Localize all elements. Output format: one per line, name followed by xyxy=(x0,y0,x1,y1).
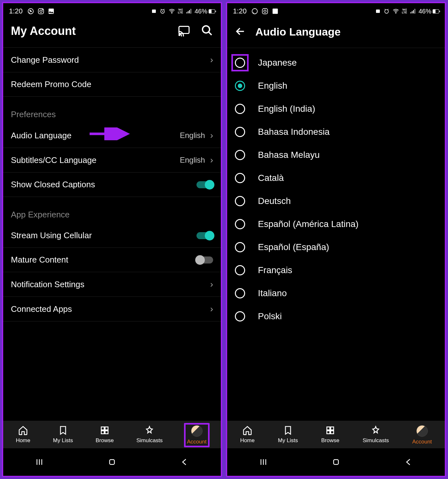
radio-button[interactable] xyxy=(235,127,245,137)
nav-home[interactable] xyxy=(331,457,341,468)
svg-point-24 xyxy=(252,9,258,14)
language-option[interactable]: Bahasa Melayu xyxy=(227,143,445,166)
language-option[interactable]: Deutsch xyxy=(227,190,445,213)
radio-button[interactable] xyxy=(235,81,245,91)
language-option[interactable]: Polski xyxy=(227,305,445,328)
signal-icon xyxy=(410,8,416,14)
svg-rect-12 xyxy=(179,26,189,33)
tab-label: Simulcasts xyxy=(136,437,163,444)
svg-rect-19 xyxy=(105,431,108,434)
row-value: English xyxy=(180,156,205,165)
tab-browse[interactable]: Browse xyxy=(321,425,340,445)
language-option[interactable]: Español (España) xyxy=(227,236,445,259)
tab-home[interactable]: Home xyxy=(16,425,30,445)
tab-account[interactable]: Account xyxy=(412,425,432,445)
chevron-right-icon: › xyxy=(210,130,213,141)
language-label: Español (América Latina) xyxy=(258,219,358,229)
language-label: Deutsch xyxy=(258,196,291,206)
row-change-password[interactable]: Change Password › xyxy=(3,47,221,72)
radio-button[interactable] xyxy=(235,288,245,298)
tab-my-lists[interactable]: My Lists xyxy=(53,425,73,445)
radio-button[interactable] xyxy=(235,265,245,275)
tab-label: Home xyxy=(16,437,30,444)
system-nav-bar xyxy=(227,448,445,476)
radio-button[interactable] xyxy=(235,104,245,114)
radio-button[interactable] xyxy=(235,150,245,160)
toggle-closed-captions[interactable] xyxy=(196,181,213,188)
language-option[interactable]: Japanese xyxy=(227,51,445,74)
page-title: My Account xyxy=(11,24,76,38)
status-time: 1:20 xyxy=(233,7,247,15)
language-label: Bahasa Melayu xyxy=(258,150,320,160)
svg-rect-34 xyxy=(414,9,415,13)
gallery-icon xyxy=(272,8,279,15)
svg-rect-8 xyxy=(186,12,187,13)
row-value: English xyxy=(180,131,205,140)
svg-rect-37 xyxy=(327,431,330,434)
language-option[interactable]: Italiano xyxy=(227,282,445,305)
svg-rect-27 xyxy=(273,9,278,14)
language-option[interactable]: Bahasa Indonesia xyxy=(227,120,445,143)
toggle-mature-content[interactable] xyxy=(196,256,213,264)
tab-simulcasts[interactable]: Simulcasts xyxy=(136,425,163,445)
radio-button[interactable] xyxy=(235,242,245,252)
section-app-experience: App Experience xyxy=(3,197,221,223)
language-label: Japanese xyxy=(258,58,297,68)
language-option[interactable]: English xyxy=(227,74,445,97)
svg-rect-31 xyxy=(410,12,411,13)
row-closed-captions[interactable]: Show Closed Captions xyxy=(3,173,221,197)
search-icon[interactable] xyxy=(201,24,213,38)
svg-point-3 xyxy=(42,9,43,10)
alarm-icon xyxy=(383,8,390,14)
svg-point-29 xyxy=(385,10,388,13)
radio-button[interactable] xyxy=(235,311,245,321)
nav-recents[interactable] xyxy=(259,457,268,468)
svg-point-13 xyxy=(179,35,180,36)
tab-bar: Home My Lists Browse Simulcasts Account xyxy=(3,421,221,448)
instagram-icon xyxy=(261,8,268,15)
row-subtitles-language[interactable]: Subtitles/CC Language English › xyxy=(3,148,221,173)
svg-point-30 xyxy=(396,13,396,13)
language-option[interactable]: English (India) xyxy=(227,97,445,120)
radio-button[interactable] xyxy=(235,58,245,68)
svg-rect-23 xyxy=(109,460,114,465)
volte-icon: Vo)LTE xyxy=(178,8,183,14)
whatsapp-icon xyxy=(27,8,34,15)
language-label: Català xyxy=(258,173,284,183)
tab-home[interactable]: Home xyxy=(240,425,254,445)
language-option[interactable]: Català xyxy=(227,166,445,190)
row-notification-settings[interactable]: Notification Settings › xyxy=(3,272,221,297)
row-mature-content[interactable]: Mature Content xyxy=(3,248,221,272)
radio-button[interactable] xyxy=(235,196,245,206)
radio-button[interactable] xyxy=(235,173,245,183)
svg-rect-9 xyxy=(188,11,189,13)
toggle-stream-cellular[interactable] xyxy=(196,232,213,239)
row-redeem-promo[interactable]: Redeem Promo Code xyxy=(3,72,221,97)
row-audio-language[interactable]: Audio Language English › xyxy=(3,123,221,148)
tab-simulcasts[interactable]: Simulcasts xyxy=(363,425,389,445)
nav-back[interactable] xyxy=(404,457,413,468)
tab-browse[interactable]: Browse xyxy=(96,425,114,445)
svg-rect-5 xyxy=(152,10,156,13)
back-button[interactable] xyxy=(235,26,246,38)
radio-button[interactable] xyxy=(235,219,245,229)
tab-label: Simulcasts xyxy=(363,437,389,444)
row-label: Subtitles/CC Language xyxy=(11,155,96,165)
chevron-right-icon: › xyxy=(210,55,213,65)
language-label: Français xyxy=(258,265,292,275)
cast-icon[interactable] xyxy=(178,24,190,38)
nav-home[interactable] xyxy=(107,457,117,468)
nav-back[interactable] xyxy=(180,457,189,468)
settings-list: Change Password › Redeem Promo Code Pref… xyxy=(3,47,221,421)
tab-my-lists[interactable]: My Lists xyxy=(278,425,298,445)
svg-rect-11 xyxy=(190,9,191,13)
language-option[interactable]: Español (América Latina) xyxy=(227,213,445,236)
signal-icon xyxy=(186,8,192,14)
row-connected-apps[interactable]: Connected Apps › xyxy=(3,297,221,321)
row-stream-cellular[interactable]: Stream Using Cellular xyxy=(3,223,221,248)
annotation-highlight xyxy=(231,54,249,71)
language-option[interactable]: Français xyxy=(227,259,445,282)
nav-recents[interactable] xyxy=(35,457,44,468)
language-label: Español (España) xyxy=(258,242,329,252)
tab-account[interactable]: Account xyxy=(184,423,209,447)
